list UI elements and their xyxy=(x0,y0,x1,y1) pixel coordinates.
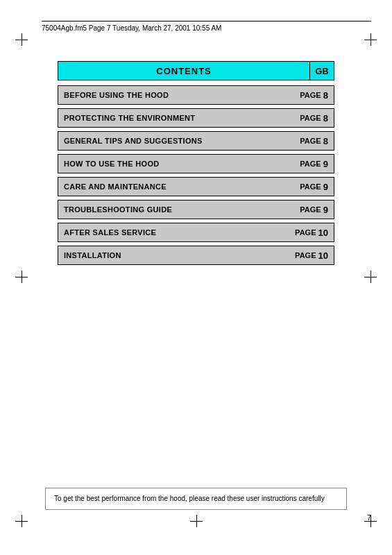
page-number: 7 xyxy=(367,513,371,522)
header-filename: 75004Agb.fm5 Page 7 Tuesday, March 27, 2… xyxy=(42,24,221,32)
row-protecting: PROTECTING THE ENVIRONMENT PAGE 8 xyxy=(58,108,334,128)
row-protecting-page: PAGE 8 xyxy=(278,109,334,127)
page-num-2: 8 xyxy=(323,136,328,146)
row-general-tips: GENERAL TIPS AND SUGGESTIONS PAGE 8 xyxy=(58,131,334,151)
page-label-2: PAGE xyxy=(300,137,321,145)
crosshair-mid-left xyxy=(15,271,28,283)
contents-title-row: CONTENTS GB xyxy=(58,61,334,80)
row-protecting-label: PROTECTING THE ENVIRONMENT xyxy=(58,109,278,127)
row-how-to-use-page: PAGE 9 xyxy=(278,155,334,173)
row-how-to-use-label: HOW TO USE THE HOOD xyxy=(58,155,278,173)
page-label-3: PAGE xyxy=(300,160,321,168)
row-before-using-label: BEFORE USING THE HOOD xyxy=(58,86,278,104)
crosshair-bottom-mid xyxy=(190,515,203,527)
row-care-maintenance-page: PAGE 9 xyxy=(278,178,334,196)
page-label-7: PAGE xyxy=(295,251,316,259)
page-num-3: 9 xyxy=(323,159,328,169)
row-before-using: BEFORE USING THE HOOD PAGE 8 xyxy=(58,85,334,105)
header-bar: 75004Agb.fm5 Page 7 Tuesday, March 27, 2… xyxy=(42,21,371,32)
row-care-maintenance-label: CARE AND MAINTENANCE xyxy=(58,178,278,196)
bottom-note: To get the best performance from the hoo… xyxy=(45,488,347,510)
page-num-1: 8 xyxy=(323,113,328,123)
contents-title-text: CONTENTS xyxy=(156,66,212,76)
page-label-6: PAGE xyxy=(295,228,316,237)
page-label-0: PAGE xyxy=(300,91,321,99)
page-num-7: 10 xyxy=(318,250,328,261)
row-after-sales-page: PAGE 10 xyxy=(278,223,334,241)
crosshair-top-right xyxy=(364,33,377,46)
row-installation: INSTALLATION PAGE 10 xyxy=(58,246,334,265)
row-after-sales-label: AFTER SALES SERVICE xyxy=(58,223,278,241)
row-before-using-page: PAGE 8 xyxy=(278,86,334,104)
page-num-0: 8 xyxy=(323,90,328,101)
row-installation-page: PAGE 10 xyxy=(278,246,334,264)
page-num-6: 10 xyxy=(318,228,328,238)
page-label-1: PAGE xyxy=(300,114,321,122)
contents-area: CONTENTS GB BEFORE USING THE HOOD PAGE 8… xyxy=(58,61,334,265)
row-general-tips-label: GENERAL TIPS AND SUGGESTIONS xyxy=(58,132,278,150)
row-troubleshooting-page: PAGE 9 xyxy=(278,200,334,219)
crosshair-top-left xyxy=(15,33,28,46)
page-label-5: PAGE xyxy=(300,205,321,214)
page-label-4: PAGE xyxy=(300,182,321,191)
contents-title-main: CONTENTS xyxy=(58,61,309,80)
row-installation-label: INSTALLATION xyxy=(58,246,278,264)
row-troubleshooting: TROUBLESHOOTING GUIDE PAGE 9 xyxy=(58,200,334,219)
row-after-sales: AFTER SALES SERVICE PAGE 10 xyxy=(58,223,334,242)
row-how-to-use: HOW TO USE THE HOOD PAGE 9 xyxy=(58,154,334,173)
page: 75004Agb.fm5 Page 7 Tuesday, March 27, 2… xyxy=(0,0,392,555)
row-troubleshooting-label: TROUBLESHOOTING GUIDE xyxy=(58,200,278,219)
contents-gb-label: GB xyxy=(309,61,334,80)
crosshair-bottom-left xyxy=(15,515,28,527)
page-num-5: 9 xyxy=(323,205,328,215)
row-general-tips-page: PAGE 8 xyxy=(278,132,334,150)
crosshair-mid-right xyxy=(364,271,377,283)
page-num-4: 9 xyxy=(323,182,328,192)
row-care-maintenance: CARE AND MAINTENANCE PAGE 9 xyxy=(58,177,334,196)
